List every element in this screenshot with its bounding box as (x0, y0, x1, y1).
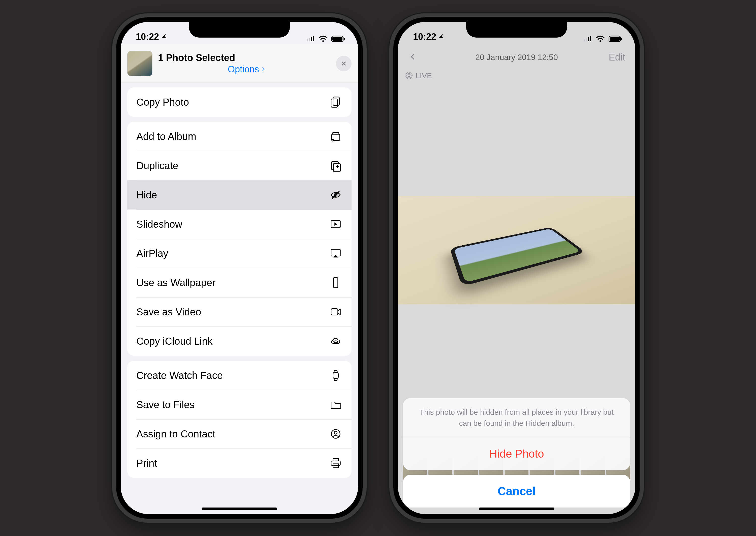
action-print[interactable]: Print (127, 449, 352, 478)
sheet-message: This photo will be hidden from all place… (403, 398, 630, 437)
action-copy-photo[interactable]: Copy Photo (127, 87, 352, 117)
battery-icon (331, 36, 345, 42)
action-sheet: This photo will be hidden from all place… (403, 398, 630, 508)
share-header: 1 Photo Selected Options (121, 45, 358, 83)
action-label: Save as Video (136, 306, 201, 318)
action-copy-icloud-link[interactable]: Copy iCloud Link (127, 326, 352, 356)
album-icon (329, 130, 342, 143)
action-label: Slideshow (136, 218, 182, 230)
action-assign-to-contact[interactable]: Assign to Contact (127, 419, 352, 449)
close-button[interactable] (336, 56, 352, 71)
hide-photo-button[interactable]: Hide Photo (403, 437, 630, 470)
action-duplicate[interactable]: Duplicate (127, 151, 352, 180)
action-group: Copy Photo (127, 87, 352, 117)
chevron-right-icon (260, 66, 266, 72)
share-title: 1 Photo Selected (158, 52, 336, 64)
status-time: 10:22 (413, 31, 436, 42)
selected-thumbnail[interactable] (127, 51, 152, 76)
photo-viewer[interactable] (398, 196, 635, 304)
contact-icon (329, 427, 342, 440)
cloudlink-icon (329, 335, 342, 348)
action-label: Assign to Contact (136, 428, 215, 440)
action-group: Create Watch FaceSave to FilesAssign to … (127, 361, 352, 478)
home-indicator[interactable] (479, 508, 554, 510)
action-use-as-wallpaper[interactable]: Use as Wallpaper (127, 268, 352, 297)
action-slideshow[interactable]: Slideshow (127, 210, 352, 239)
signal-icon (583, 36, 592, 42)
action-label: Use as Wallpaper (136, 277, 215, 288)
live-icon (405, 72, 413, 79)
play-icon (329, 218, 342, 231)
phone-left: 10:22 1 Photo Selected Options (112, 13, 367, 523)
hide-icon (329, 188, 342, 201)
print-icon (329, 456, 342, 470)
action-save-to-files[interactable]: Save to Files (127, 390, 352, 419)
watch-icon (329, 369, 342, 382)
cancel-button[interactable]: Cancel (403, 475, 630, 508)
photo-date-title: 20 January 2019 12:50 (398, 53, 635, 62)
action-save-as-video[interactable]: Save as Video (127, 297, 352, 326)
action-group: Add to AlbumDuplicateHideSlideshowAirPla… (127, 122, 352, 356)
action-label: Copy iCloud Link (136, 336, 212, 347)
video-icon (329, 305, 342, 318)
screen-photo-detail: 10:22 20 January 2019 12:50 Edit LIVE (398, 22, 635, 514)
action-label: Create Watch Face (136, 370, 223, 381)
action-hide[interactable]: Hide (127, 180, 352, 210)
action-add-to-album[interactable]: Add to Album (127, 122, 352, 151)
action-label: Save to Files (136, 399, 195, 411)
action-airplay[interactable]: AirPlay (127, 239, 352, 268)
action-label: Print (136, 457, 157, 469)
action-label: AirPlay (136, 248, 168, 259)
duplicate-icon (329, 159, 342, 172)
signal-icon (306, 36, 315, 42)
navbar: 20 January 2019 12:50 Edit (398, 45, 635, 70)
action-label: Duplicate (136, 160, 178, 171)
close-icon (339, 59, 348, 68)
location-icon (438, 33, 445, 40)
status-time: 10:22 (136, 31, 159, 42)
copy-icon (329, 96, 342, 109)
action-label: Hide (136, 189, 157, 201)
action-label: Copy Photo (136, 97, 189, 108)
options-link[interactable]: Options (158, 64, 336, 75)
action-create-watch-face[interactable]: Create Watch Face (127, 361, 352, 390)
location-icon (161, 33, 168, 40)
wallpaper-icon (329, 276, 342, 289)
wifi-icon (318, 36, 328, 42)
battery-icon (609, 36, 623, 42)
folder-icon (329, 398, 342, 411)
wifi-icon (595, 36, 605, 42)
action-label: Add to Album (136, 131, 196, 142)
screen-share-sheet: 10:22 1 Photo Selected Options (121, 22, 358, 514)
home-indicator[interactable] (202, 508, 277, 510)
live-badge: LIVE (398, 70, 635, 82)
phone-right: 10:22 20 January 2019 12:50 Edit LIVE (389, 13, 644, 523)
airplay-icon (329, 247, 342, 260)
